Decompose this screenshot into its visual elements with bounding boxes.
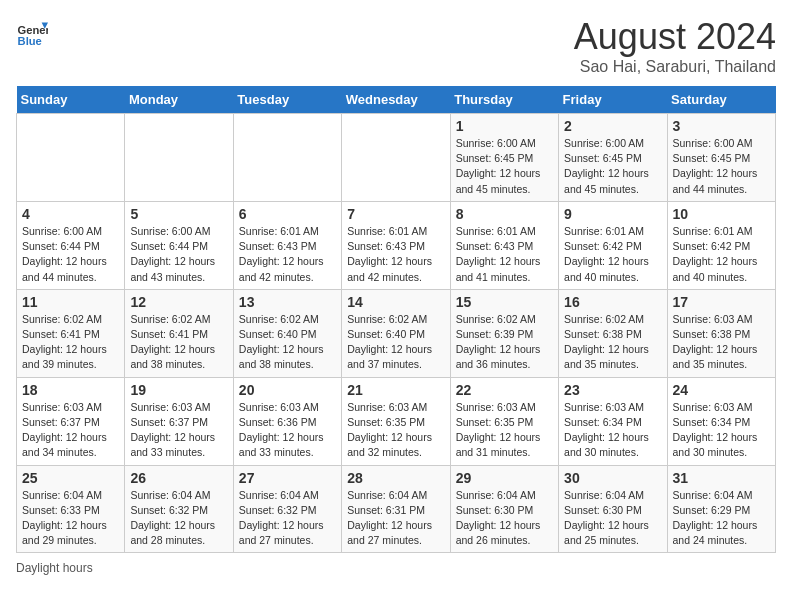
day-number: 10 <box>673 206 770 222</box>
calendar-cell: 2Sunrise: 6:00 AM Sunset: 6:45 PM Daylig… <box>559 114 667 202</box>
day-number: 21 <box>347 382 444 398</box>
day-number: 18 <box>22 382 119 398</box>
page-header: General Blue August 2024 Sao Hai, Sarabu… <box>16 16 776 76</box>
day-number: 29 <box>456 470 553 486</box>
day-info: Sunrise: 6:04 AM Sunset: 6:30 PM Dayligh… <box>456 488 553 549</box>
day-info: Sunrise: 6:04 AM Sunset: 6:30 PM Dayligh… <box>564 488 661 549</box>
day-info: Sunrise: 6:01 AM Sunset: 6:42 PM Dayligh… <box>673 224 770 285</box>
day-info: Sunrise: 6:02 AM Sunset: 6:38 PM Dayligh… <box>564 312 661 373</box>
calendar-cell <box>233 114 341 202</box>
calendar-cell: 22Sunrise: 6:03 AM Sunset: 6:35 PM Dayli… <box>450 377 558 465</box>
calendar-week-5: 25Sunrise: 6:04 AM Sunset: 6:33 PM Dayli… <box>17 465 776 553</box>
day-info: Sunrise: 6:02 AM Sunset: 6:40 PM Dayligh… <box>347 312 444 373</box>
day-number: 6 <box>239 206 336 222</box>
day-number: 16 <box>564 294 661 310</box>
calendar-cell: 15Sunrise: 6:02 AM Sunset: 6:39 PM Dayli… <box>450 289 558 377</box>
day-info: Sunrise: 6:02 AM Sunset: 6:39 PM Dayligh… <box>456 312 553 373</box>
calendar-cell: 7Sunrise: 6:01 AM Sunset: 6:43 PM Daylig… <box>342 201 450 289</box>
svg-text:Blue: Blue <box>18 35 42 47</box>
day-number: 2 <box>564 118 661 134</box>
calendar-cell: 17Sunrise: 6:03 AM Sunset: 6:38 PM Dayli… <box>667 289 775 377</box>
calendar-cell: 13Sunrise: 6:02 AM Sunset: 6:40 PM Dayli… <box>233 289 341 377</box>
day-info: Sunrise: 6:04 AM Sunset: 6:31 PM Dayligh… <box>347 488 444 549</box>
logo: General Blue <box>16 16 48 48</box>
day-info: Sunrise: 6:01 AM Sunset: 6:43 PM Dayligh… <box>239 224 336 285</box>
day-info: Sunrise: 6:02 AM Sunset: 6:41 PM Dayligh… <box>22 312 119 373</box>
day-info: Sunrise: 6:00 AM Sunset: 6:45 PM Dayligh… <box>673 136 770 197</box>
weekday-header-wednesday: Wednesday <box>342 86 450 114</box>
day-info: Sunrise: 6:04 AM Sunset: 6:32 PM Dayligh… <box>130 488 227 549</box>
footer-note: Daylight hours <box>16 561 776 575</box>
calendar-cell: 12Sunrise: 6:02 AM Sunset: 6:41 PM Dayli… <box>125 289 233 377</box>
day-number: 13 <box>239 294 336 310</box>
day-info: Sunrise: 6:03 AM Sunset: 6:37 PM Dayligh… <box>130 400 227 461</box>
calendar-week-1: 1Sunrise: 6:00 AM Sunset: 6:45 PM Daylig… <box>17 114 776 202</box>
subtitle: Sao Hai, Saraburi, Thailand <box>574 58 776 76</box>
day-info: Sunrise: 6:01 AM Sunset: 6:43 PM Dayligh… <box>347 224 444 285</box>
calendar-cell: 19Sunrise: 6:03 AM Sunset: 6:37 PM Dayli… <box>125 377 233 465</box>
calendar-cell: 23Sunrise: 6:03 AM Sunset: 6:34 PM Dayli… <box>559 377 667 465</box>
calendar-cell: 31Sunrise: 6:04 AM Sunset: 6:29 PM Dayli… <box>667 465 775 553</box>
calendar-cell: 4Sunrise: 6:00 AM Sunset: 6:44 PM Daylig… <box>17 201 125 289</box>
day-info: Sunrise: 6:03 AM Sunset: 6:37 PM Dayligh… <box>22 400 119 461</box>
day-info: Sunrise: 6:04 AM Sunset: 6:29 PM Dayligh… <box>673 488 770 549</box>
calendar-cell: 28Sunrise: 6:04 AM Sunset: 6:31 PM Dayli… <box>342 465 450 553</box>
calendar-cell: 8Sunrise: 6:01 AM Sunset: 6:43 PM Daylig… <box>450 201 558 289</box>
day-number: 15 <box>456 294 553 310</box>
day-number: 14 <box>347 294 444 310</box>
day-number: 17 <box>673 294 770 310</box>
calendar-week-2: 4Sunrise: 6:00 AM Sunset: 6:44 PM Daylig… <box>17 201 776 289</box>
day-number: 24 <box>673 382 770 398</box>
weekday-header-thursday: Thursday <box>450 86 558 114</box>
calendar-cell: 11Sunrise: 6:02 AM Sunset: 6:41 PM Dayli… <box>17 289 125 377</box>
calendar-week-3: 11Sunrise: 6:02 AM Sunset: 6:41 PM Dayli… <box>17 289 776 377</box>
calendar-cell: 3Sunrise: 6:00 AM Sunset: 6:45 PM Daylig… <box>667 114 775 202</box>
calendar-cell: 18Sunrise: 6:03 AM Sunset: 6:37 PM Dayli… <box>17 377 125 465</box>
day-info: Sunrise: 6:03 AM Sunset: 6:34 PM Dayligh… <box>564 400 661 461</box>
day-info: Sunrise: 6:04 AM Sunset: 6:32 PM Dayligh… <box>239 488 336 549</box>
day-number: 20 <box>239 382 336 398</box>
weekday-header-saturday: Saturday <box>667 86 775 114</box>
day-number: 28 <box>347 470 444 486</box>
calendar-cell: 9Sunrise: 6:01 AM Sunset: 6:42 PM Daylig… <box>559 201 667 289</box>
calendar-cell: 6Sunrise: 6:01 AM Sunset: 6:43 PM Daylig… <box>233 201 341 289</box>
day-number: 30 <box>564 470 661 486</box>
calendar-cell: 27Sunrise: 6:04 AM Sunset: 6:32 PM Dayli… <box>233 465 341 553</box>
day-number: 19 <box>130 382 227 398</box>
weekday-header-sunday: Sunday <box>17 86 125 114</box>
main-title: August 2024 <box>574 16 776 58</box>
calendar-cell: 20Sunrise: 6:03 AM Sunset: 6:36 PM Dayli… <box>233 377 341 465</box>
calendar-week-4: 18Sunrise: 6:03 AM Sunset: 6:37 PM Dayli… <box>17 377 776 465</box>
day-info: Sunrise: 6:02 AM Sunset: 6:40 PM Dayligh… <box>239 312 336 373</box>
day-number: 9 <box>564 206 661 222</box>
day-info: Sunrise: 6:03 AM Sunset: 6:34 PM Dayligh… <box>673 400 770 461</box>
calendar-cell: 16Sunrise: 6:02 AM Sunset: 6:38 PM Dayli… <box>559 289 667 377</box>
day-number: 7 <box>347 206 444 222</box>
day-number: 4 <box>22 206 119 222</box>
day-number: 31 <box>673 470 770 486</box>
day-info: Sunrise: 6:03 AM Sunset: 6:35 PM Dayligh… <box>347 400 444 461</box>
day-number: 11 <box>22 294 119 310</box>
day-info: Sunrise: 6:03 AM Sunset: 6:38 PM Dayligh… <box>673 312 770 373</box>
day-number: 12 <box>130 294 227 310</box>
day-info: Sunrise: 6:01 AM Sunset: 6:43 PM Dayligh… <box>456 224 553 285</box>
title-block: August 2024 Sao Hai, Saraburi, Thailand <box>574 16 776 76</box>
weekday-header-friday: Friday <box>559 86 667 114</box>
calendar-cell: 29Sunrise: 6:04 AM Sunset: 6:30 PM Dayli… <box>450 465 558 553</box>
day-info: Sunrise: 6:02 AM Sunset: 6:41 PM Dayligh… <box>130 312 227 373</box>
calendar-table: SundayMondayTuesdayWednesdayThursdayFrid… <box>16 86 776 553</box>
calendar-cell: 26Sunrise: 6:04 AM Sunset: 6:32 PM Dayli… <box>125 465 233 553</box>
day-number: 27 <box>239 470 336 486</box>
day-number: 23 <box>564 382 661 398</box>
day-info: Sunrise: 6:03 AM Sunset: 6:36 PM Dayligh… <box>239 400 336 461</box>
logo-icon: General Blue <box>16 16 48 48</box>
day-number: 5 <box>130 206 227 222</box>
calendar-cell: 14Sunrise: 6:02 AM Sunset: 6:40 PM Dayli… <box>342 289 450 377</box>
calendar-cell <box>342 114 450 202</box>
calendar-cell: 5Sunrise: 6:00 AM Sunset: 6:44 PM Daylig… <box>125 201 233 289</box>
day-number: 25 <box>22 470 119 486</box>
calendar-cell: 24Sunrise: 6:03 AM Sunset: 6:34 PM Dayli… <box>667 377 775 465</box>
weekday-header-tuesday: Tuesday <box>233 86 341 114</box>
day-info: Sunrise: 6:00 AM Sunset: 6:45 PM Dayligh… <box>456 136 553 197</box>
day-info: Sunrise: 6:00 AM Sunset: 6:44 PM Dayligh… <box>130 224 227 285</box>
